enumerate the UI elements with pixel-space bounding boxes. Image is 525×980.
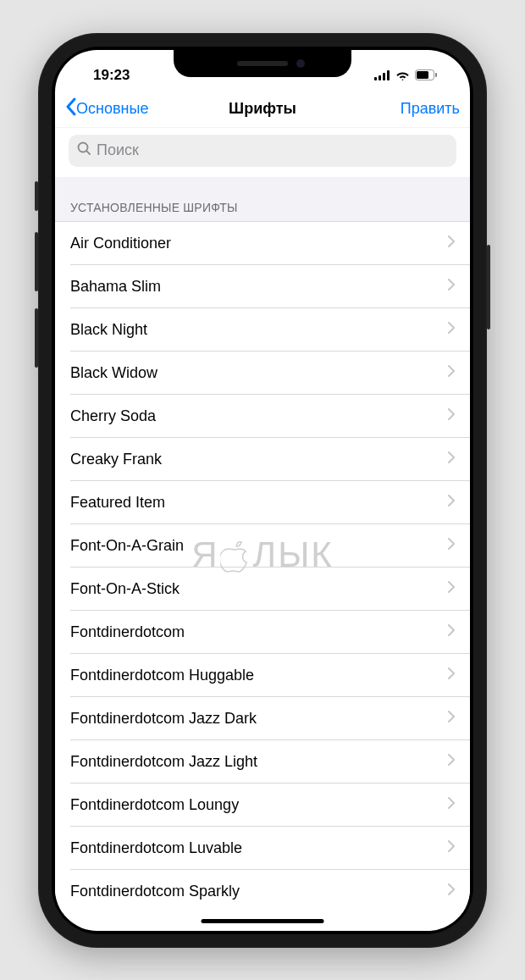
chevron-right-icon	[448, 754, 455, 769]
chevron-right-icon	[448, 408, 455, 424]
chevron-right-icon	[448, 365, 455, 380]
list-item[interactable]: Fontdinerdotcom Huggable	[55, 654, 470, 697]
chevron-right-icon	[448, 451, 455, 467]
battery-icon	[415, 69, 438, 80]
svg-line-8	[86, 151, 90, 154]
list-item[interactable]: Fontdinerdotcom	[55, 611, 470, 654]
list-item-label: Font-On-A-Stick	[70, 580, 180, 598]
list-item[interactable]: Featured Item	[55, 481, 470, 524]
list-item-label: Black Widow	[70, 364, 158, 382]
status-right	[374, 69, 438, 80]
phone-inner: 19:23 Ос	[52, 47, 473, 934]
search-icon	[77, 141, 91, 159]
chevron-right-icon	[448, 538, 455, 553]
search-placeholder: Поиск	[97, 141, 139, 159]
chevron-right-icon	[448, 840, 455, 855]
svg-rect-5	[417, 71, 428, 79]
list-item[interactable]: Black Widow	[55, 352, 470, 395]
chevron-right-icon	[448, 797, 455, 812]
chevron-right-icon	[448, 711, 455, 726]
list-item-label: Fontdinerdotcom Luvable	[70, 839, 242, 857]
chevron-left-icon	[65, 97, 76, 120]
scroll-area[interactable]: Поиск УСТАНОВЛЕННЫЕ ШРИФТЫ Air Condition…	[55, 128, 470, 931]
chevron-right-icon	[448, 581, 455, 596]
notch-speaker	[237, 61, 288, 66]
notch	[174, 50, 351, 77]
list-item[interactable]: Fontdinerdotcom Loungy	[55, 783, 470, 827]
list-item-label: Cherry Soda	[70, 407, 156, 425]
chevron-right-icon	[448, 279, 455, 294]
mute-switch	[35, 181, 38, 211]
list-item-label: Fontdinerdotcom Jazz Dark	[70, 710, 257, 728]
list-item-label: Bahama Slim	[70, 278, 161, 296]
chevron-right-icon	[448, 235, 455, 251]
list-item-label: Font-On-A-Grain	[70, 537, 184, 555]
list-item[interactable]: Fontdinerdotcom Sparkly	[55, 870, 470, 913]
status-time: 19:23	[93, 67, 130, 84]
list-item[interactable]: Font-On-A-Stick	[55, 568, 470, 611]
wifi-icon	[395, 70, 410, 80]
list-item[interactable]: Fontdinerdotcom Jazz Light	[55, 740, 470, 783]
page-title: Шрифты	[229, 100, 296, 118]
chevron-right-icon	[448, 624, 455, 639]
font-list: Air Conditioner Bahama Slim Black Night …	[55, 222, 470, 913]
back-button-label: Основные	[76, 100, 148, 118]
list-item-label: Fontdinerdotcom Sparkly	[70, 883, 240, 900]
svg-rect-1	[379, 75, 381, 80]
edit-button[interactable]: Править	[401, 100, 460, 118]
phone-frame: 19:23 Ос	[38, 33, 487, 948]
list-item-label: Air Conditioner	[70, 235, 171, 252]
navigation-bar: Основные Шрифты Править	[55, 91, 470, 128]
search-input[interactable]: Поиск	[69, 135, 456, 167]
volume-down-button	[35, 308, 38, 368]
svg-rect-6	[435, 73, 437, 77]
list-item-label: Featured Item	[70, 494, 165, 512]
list-item[interactable]: Fontdinerdotcom Jazz Dark	[55, 697, 470, 740]
svg-rect-2	[383, 73, 385, 80]
list-item[interactable]: Fontdinerdotcom Luvable	[55, 827, 470, 870]
chevron-right-icon	[448, 667, 455, 683]
list-item[interactable]: Cherry Soda	[55, 395, 470, 438]
chevron-right-icon	[448, 322, 455, 337]
chevron-right-icon	[448, 495, 455, 510]
list-item-label: Creaky Frank	[70, 451, 162, 468]
svg-rect-0	[374, 77, 377, 80]
list-item-label: Fontdinerdotcom Loungy	[70, 796, 239, 814]
home-indicator[interactable]	[202, 919, 324, 923]
svg-rect-3	[387, 70, 390, 80]
screen: 19:23 Ос	[55, 50, 470, 931]
list-item-label: Fontdinerdotcom Jazz Light	[70, 753, 257, 771]
list-item[interactable]: Creaky Frank	[55, 438, 470, 481]
search-container: Поиск	[55, 128, 470, 177]
section-header: УСТАНОВЛЕННЫЕ ШРИФТЫ	[55, 177, 470, 222]
notch-camera	[296, 59, 305, 68]
back-button[interactable]: Основные	[65, 97, 148, 120]
list-item[interactable]: Black Night	[55, 308, 470, 352]
list-item[interactable]: Air Conditioner	[55, 222, 470, 265]
volume-up-button	[35, 232, 38, 291]
chevron-right-icon	[448, 883, 455, 899]
list-item[interactable]: Bahama Slim	[55, 265, 470, 308]
list-item-label: Fontdinerdotcom Huggable	[70, 667, 254, 684]
cellular-signal-icon	[374, 70, 390, 80]
list-item-label: Black Night	[70, 321, 147, 339]
list-item-label: Fontdinerdotcom	[70, 623, 185, 641]
list-item[interactable]: Font-On-A-Grain	[55, 524, 470, 568]
power-button	[487, 245, 490, 329]
